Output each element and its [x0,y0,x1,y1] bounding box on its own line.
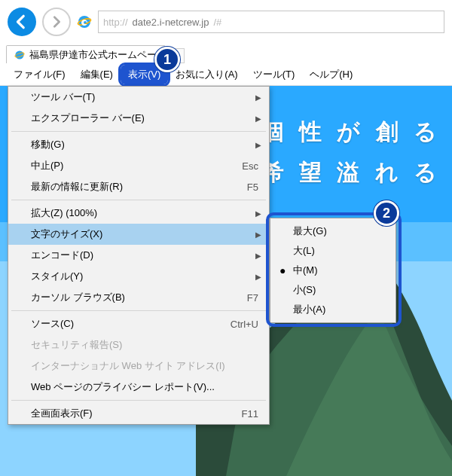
hero-headline: 個 性 が 創 る 希 望 溢 れ る [261,111,441,193]
url-path: /# [213,17,221,28]
menu-separator [11,200,266,200]
menu-file[interactable]: ファイル(F) [6,65,73,84]
annotation-badge-1: 1 [154,47,180,72]
view-dropdown: ツール バー(T)▶ エクスプローラー バー(E)▶ 移動(G)▶ 中止(P)E… [8,86,270,425]
shortcut-label: Esc [242,160,258,172]
submenu-arrow-icon: ▶ [255,141,261,149]
url-protocol: http:// [103,17,128,28]
menu-favorites[interactable]: お気に入り(A) [168,65,245,84]
menu-privacy-report[interactable]: Web ページのプライバシー レポート(V)... [8,377,269,398]
text-size-medium[interactable]: ●中(M) [270,261,396,280]
menu-idn-address: インターナショナル Web サイト アドレス(I) [8,355,269,377]
menu-separator [11,131,266,132]
menu-goto[interactable]: 移動(G)▶ [8,134,269,155]
menu-toolbars[interactable]: ツール バー(T)▶ [8,87,269,108]
tab-title: 福島県伊達市公式ホームペー [29,48,157,62]
submenu-arrow-icon: ▶ [255,93,261,102]
browser-tab[interactable]: 福島県伊達市公式ホームペー [6,45,165,63]
menu-refresh[interactable]: 最新の情報に更新(R)F5 [8,176,269,197]
menu-separator [11,400,266,401]
menu-encoding[interactable]: エンコード(D)▶ [8,245,269,266]
submenu-arrow-icon: ▶ [255,230,261,239]
menu-bar: ファイル(F) 編集(E) 表示(V) お気に入り(A) ツール(T) ヘルプ(… [0,63,452,86]
submenu-arrow-icon: ▶ [255,114,261,123]
menu-style[interactable]: スタイル(Y)▶ [8,266,269,287]
menu-security-report: セキュリティ報告(S) [8,334,269,355]
menu-source[interactable]: ソース(C)Ctrl+U [8,313,269,334]
submenu-arrow-icon: ▶ [255,252,261,260]
shortcut-label: F5 [247,182,258,193]
text-size-smallest[interactable]: 最小(A) [270,300,396,319]
text-size-larger[interactable]: 大(L) [270,241,396,261]
menu-text-size[interactable]: 文字のサイズ(X)▶ [8,224,269,245]
address-bar[interactable]: http://date2.i-netcrew.jp/# [98,11,444,33]
url-host: date2.i-netcrew.jp [133,17,209,28]
submenu-arrow-icon: ▶ [255,209,261,218]
annotation-badge-2: 2 [374,200,399,226]
back-button[interactable] [8,8,36,36]
text-size-smaller[interactable]: 小(S) [270,280,396,300]
shortcut-label: F7 [247,292,258,304]
svg-point-0 [78,16,90,28]
tab-favicon-icon [14,50,25,60]
bullet-icon: ● [279,264,286,276]
menu-fullscreen[interactable]: 全画面表示(F)F11 [8,403,269,424]
ie-logo-icon [77,14,92,29]
text-size-largest[interactable]: 最大(G) [270,221,396,241]
svg-point-2 [15,50,23,59]
menu-stop[interactable]: 中止(P)Esc [8,155,269,176]
shortcut-label: F11 [242,408,258,420]
submenu-arrow-icon: ▶ [255,273,261,281]
menu-tools[interactable]: ツール(T) [246,65,303,84]
forward-button[interactable] [42,8,71,36]
menu-help[interactable]: ヘルプ(H) [302,65,360,84]
menu-zoom[interactable]: 拡大(Z) (100%)▶ [8,203,269,224]
menu-separator [11,310,266,311]
text-size-submenu: 最大(G) 大(L) ●中(M) 小(S) 最小(A) [270,218,396,323]
menu-caret-browse[interactable]: カーソル ブラウズ(B)F7 [8,287,269,308]
menu-edit[interactable]: 編集(E) [73,65,121,84]
shortcut-label: Ctrl+U [231,319,258,330]
menu-explorer-bar[interactable]: エクスプローラー バー(E)▶ [8,108,269,129]
